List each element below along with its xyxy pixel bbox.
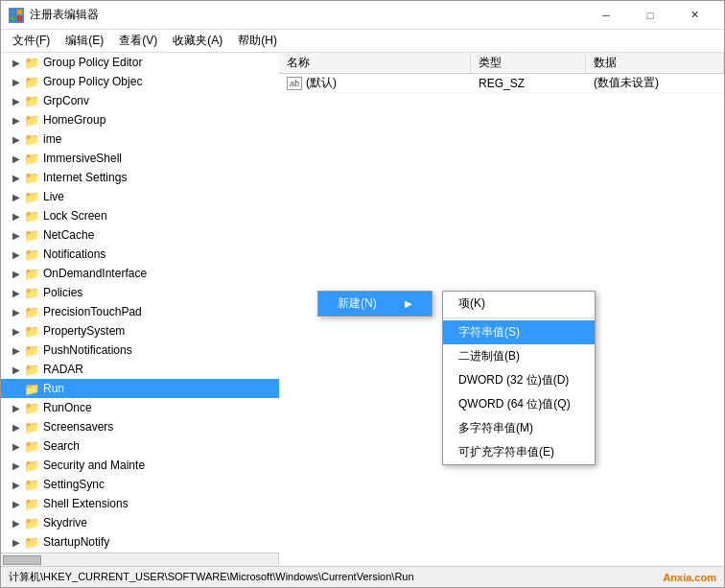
registry-editor-window: 注册表编辑器 ─ □ ✕ 文件(F) 编辑(E) 查看(V) 收藏夹(A) 帮助… <box>0 0 725 588</box>
expand-arrow: ▶ <box>9 134 24 145</box>
tree-item-label: Group Policy Objec <box>43 75 142 88</box>
tree-item-screensavers[interactable]: ▶ 📁 Screensavers <box>1 417 279 436</box>
menu-view[interactable]: 查看(V) <box>111 31 165 52</box>
folder-icon: 📁 <box>24 439 39 454</box>
expand-arrow: ▶ <box>9 403 24 413</box>
tree-item-radar[interactable]: ▶ 📁 RADAR <box>1 360 279 379</box>
menu-separator <box>443 318 595 318</box>
folder-icon: 📁 <box>24 305 39 319</box>
tree-item-netcache[interactable]: ▶ 📁 NetCache <box>1 225 279 245</box>
folder-icon: 📁 <box>24 267 39 281</box>
watermark: Anxia.com <box>663 572 716 583</box>
window-controls: ─ □ ✕ <box>584 1 716 30</box>
tree-item-search[interactable]: ▶ 📁 Search <box>1 436 279 456</box>
tree-item-grpconv[interactable]: ▶ 📁 GrpConv <box>1 91 279 110</box>
window-title: 注册表编辑器 <box>30 7 584 23</box>
submenu-item-expandstring[interactable]: 可扩充字符串值(E) <box>443 440 595 464</box>
tree-item-label: Notifications <box>43 247 105 261</box>
expand-arrow: ▶ <box>9 115 24 126</box>
value-name-cell: ab (默认) <box>279 74 471 92</box>
column-header-type: 类型 <box>471 53 586 73</box>
tree-item-precision[interactable]: ▶ 📁 PrecisionTouchPad <box>1 302 279 321</box>
tree-item-run[interactable]: 📁 Run <box>1 379 279 398</box>
tree-item-lock-screen[interactable]: ▶ 📁 Lock Screen <box>1 206 279 225</box>
submenu-item-qword[interactable]: QWORD (64 位)值(Q) <box>443 392 595 416</box>
column-header-data: 数据 <box>586 53 724 73</box>
expand-arrow: ▶ <box>9 422 24 433</box>
tree-item-label: StartupNotify <box>43 535 109 549</box>
tree-item-gpo[interactable]: ▶ 📁 Group Policy Objec <box>1 72 279 91</box>
tree-item-settingsync[interactable]: ▶ 📁 SettingSync <box>1 475 279 494</box>
menu-file[interactable]: 文件(F) <box>5 31 58 52</box>
folder-icon: 📁 <box>24 420 39 435</box>
minimize-button[interactable]: ─ <box>584 1 628 30</box>
tree-item-label: SettingSync <box>43 478 105 491</box>
tree-item-label: Run <box>43 382 64 395</box>
tree-item-label: Screensavers <box>43 420 113 434</box>
expand-arrow: ▶ <box>9 326 24 337</box>
folder-icon: 📁 <box>24 228 39 243</box>
submenu-item-dword[interactable]: DWORD (32 位)值(D) <box>443 368 595 392</box>
tree-item-label: GrpConv <box>43 94 89 107</box>
folder-icon: 📁 <box>24 75 39 89</box>
scrollbar-thumb[interactable] <box>3 555 41 565</box>
tree-item-label: PropertySystem <box>43 324 125 338</box>
tree-horizontal-scrollbar[interactable] <box>1 553 278 566</box>
tree-item-group-policy-editor[interactable]: ▶ 📁 Group Policy Editor <box>1 53 279 72</box>
folder-icon: 📁 <box>24 190 39 204</box>
expand-arrow: ▶ <box>9 480 24 490</box>
folder-icon: 📁 <box>24 497 39 511</box>
expand-arrow: ▶ <box>9 518 24 529</box>
table-row[interactable]: ab (默认) REG_SZ (数值未设置) <box>279 74 724 93</box>
tree-item-push[interactable]: ▶ 📁 PushNotifications <box>1 341 279 360</box>
folder-icon: 📁 <box>24 363 39 377</box>
expand-arrow: ▶ <box>9 288 24 298</box>
context-menu-new[interactable]: 新建(N) ▶ <box>318 292 432 316</box>
tree-item-ondemand[interactable]: ▶ 📁 OnDemandInterface <box>1 264 279 283</box>
submenu-arrow-icon: ▶ <box>395 298 412 309</box>
tree-item-runonce[interactable]: ▶ 📁 RunOnce <box>1 398 279 417</box>
tree-item-homegroup[interactable]: ▶ 📁 HomeGroup <box>1 110 279 129</box>
tree-item-shell-extensions[interactable]: ▶ 📁 Shell Extensions <box>1 494 279 513</box>
folder-icon: 📁 <box>24 382 39 396</box>
column-header-name: 名称 <box>279 53 471 73</box>
close-button[interactable]: ✕ <box>672 1 716 30</box>
tree-item-label: Skydrive <box>43 516 87 529</box>
svg-rect-2 <box>11 16 15 21</box>
tree-item-startup-notify[interactable]: ▶ 📁 StartupNotify <box>1 532 279 552</box>
folder-icon: 📁 <box>24 152 39 166</box>
maximize-button[interactable]: □ <box>628 1 672 30</box>
folder-icon: 📁 <box>24 324 39 339</box>
tree-item-immersiveshell[interactable]: ▶ 📁 ImmersiveShell <box>1 149 279 168</box>
menu-help[interactable]: 帮助(H) <box>230 31 285 52</box>
expand-arrow: ▶ <box>9 96 24 106</box>
expand-arrow: ▶ <box>9 77 24 87</box>
tree-item-internet-settings[interactable]: ▶ 📁 Internet Settings <box>1 168 279 187</box>
status-path: 计算机\HKEY_CURRENT_USER\SOFTWARE\Microsoft… <box>9 570 414 584</box>
expand-arrow: ▶ <box>9 58 24 68</box>
tree-item-notifications[interactable]: ▶ 📁 Notifications <box>1 245 279 264</box>
tree-item-security[interactable]: ▶ 📁 Security and Mainte <box>1 456 279 475</box>
menu-favorites[interactable]: 收藏夹(A) <box>165 31 230 52</box>
tree-item-live[interactable]: ▶ 📁 Live <box>1 187 279 206</box>
tree-item-label: Search <box>43 439 80 453</box>
tree-item-label: RunOnce <box>43 401 92 414</box>
menu-edit[interactable]: 编辑(E) <box>58 31 111 52</box>
submenu-item-multistring[interactable]: 多字符串值(M) <box>443 416 595 440</box>
tree-item-label: PushNotifications <box>43 343 132 357</box>
tree-item-label: Live <box>43 190 64 203</box>
submenu-item-key[interactable]: 项(K) <box>443 292 595 316</box>
tree-item-propertysystem[interactable]: ▶ 📁 PropertySystem <box>1 321 279 341</box>
submenu-item-binary[interactable]: 二进制值(B) <box>443 344 595 368</box>
tree-item-policies[interactable]: ▶ 📁 Policies <box>1 283 279 302</box>
expand-arrow: ▶ <box>9 249 24 260</box>
menu-bar: 文件(F) 编辑(E) 查看(V) 收藏夹(A) 帮助(H) <box>1 30 724 53</box>
submenu-item-string[interactable]: 字符串值(S) <box>443 320 595 344</box>
tree-item-skydrive[interactable]: ▶ 📁 Skydrive <box>1 513 279 532</box>
svg-rect-3 <box>17 16 22 21</box>
expand-arrow: ▶ <box>9 192 24 202</box>
folder-icon: 📁 <box>24 286 39 300</box>
folder-icon: 📁 <box>24 94 39 108</box>
tree-item-ime[interactable]: ▶ 📁 ime <box>1 129 279 149</box>
expand-arrow: ▶ <box>9 153 24 164</box>
